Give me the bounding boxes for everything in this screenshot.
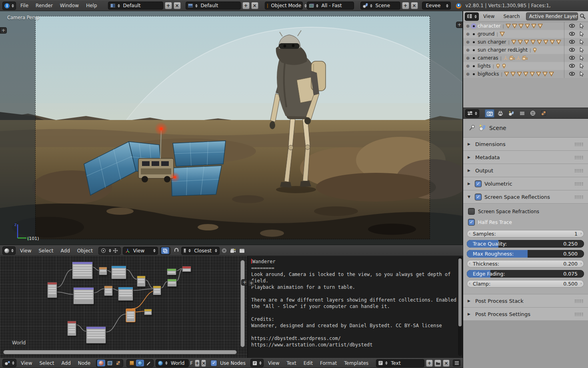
panel-dimensions[interactable]: ▶Dimensions: [463, 138, 588, 151]
filter-icon[interactable]: [580, 13, 586, 20]
transform-gizmo-button[interactable]: [112, 247, 120, 254]
panel-post-process-settings[interactable]: ▶Post Process Settings: [463, 308, 588, 321]
decrement-arrow-icon[interactable]: ‹: [469, 261, 470, 266]
editor-divider[interactable]: [247, 256, 248, 368]
selectability-cursor-icon[interactable]: [580, 23, 584, 30]
3d-viewport[interactable]: Camera Persp (101) + + z y: [0, 11, 463, 245]
panel-checkbox[interactable]: ✓: [475, 181, 481, 187]
node-link[interactable]: [126, 270, 137, 279]
panel-volumetric[interactable]: ▶✓Volumetric: [463, 177, 588, 190]
editor-divider[interactable]: [462, 11, 463, 368]
shader-node-editor[interactable]: World +: [0, 256, 248, 358]
screen-layout-selector[interactable]: Default: [186, 2, 241, 10]
expand-plus-icon[interactable]: ⊕: [465, 72, 471, 77]
shader-type-data-button[interactable]: [106, 360, 114, 366]
node-link[interactable]: [57, 292, 73, 294]
add-workspace-button[interactable]: +: [165, 2, 172, 9]
panel-post-process-stack[interactable]: ▶Post Process Stack: [463, 294, 588, 308]
sidebar-toggle-plus-icon[interactable]: +: [0, 27, 7, 34]
node-link[interactable]: [177, 269, 182, 281]
visibility-eye-icon[interactable]: [569, 32, 575, 37]
snap-target-dropdown[interactable]: Closest: [181, 247, 220, 255]
decrement-arrow-icon[interactable]: ‹: [469, 231, 470, 236]
new-text-button[interactable]: +: [426, 360, 433, 367]
editor-type-button[interactable]: [2, 359, 16, 367]
render-preview-button[interactable]: [238, 247, 246, 254]
proportional-edit-button[interactable]: [220, 247, 228, 254]
outliner-row-cameras[interactable]: ⊕cameras|: [463, 54, 588, 62]
menu-edit[interactable]: Edit: [300, 360, 316, 366]
menu-text[interactable]: Text: [283, 360, 300, 366]
node-link[interactable]: [133, 289, 153, 290]
decrement-arrow-icon[interactable]: ‹: [469, 281, 470, 286]
outliner-row-lights[interactable]: ⊕lights|: [463, 62, 588, 70]
node-link[interactable]: [106, 314, 126, 332]
shader-context-linestyle-button[interactable]: [144, 360, 152, 366]
editor-type-button[interactable]: i: [2, 2, 16, 10]
increment-arrow-icon[interactable]: ›: [580, 281, 582, 286]
field-trace-quality[interactable]: Trace Quality:0.250: [467, 240, 584, 248]
menu-view[interactable]: View: [479, 14, 499, 19]
delete-workspace-button[interactable]: ×: [174, 2, 181, 9]
menu-node[interactable]: Node: [74, 360, 94, 366]
unlink-text-button[interactable]: ×: [443, 360, 450, 367]
node-link[interactable]: [146, 280, 153, 288]
outliner-row-ground[interactable]: ⊕ground|: [463, 30, 588, 38]
increment-arrow-icon[interactable]: ›: [580, 261, 582, 266]
expand-plus-icon[interactable]: ⊕: [465, 48, 471, 53]
overlay-toggle-button[interactable]: [161, 247, 169, 254]
selectability-cursor-icon[interactable]: [580, 31, 584, 38]
editor-type-button[interactable]: [250, 359, 264, 367]
expand-plus-icon[interactable]: ⊕: [465, 24, 471, 29]
shader-node[interactable]: [167, 279, 177, 287]
panel-metadata[interactable]: ▶Metadata: [463, 151, 588, 164]
camera-view-button[interactable]: [229, 247, 237, 254]
mode-selector[interactable]: Object Mode: [265, 2, 303, 10]
expand-plus-icon[interactable]: ⊕: [465, 32, 471, 37]
shader-node[interactable]: [104, 286, 113, 296]
workspace-selector[interactable]: Default: [108, 2, 163, 10]
add-scene-button[interactable]: +: [402, 2, 409, 9]
view-layer-preset-selector[interactable]: All - Fast: [307, 2, 354, 10]
pin-icon[interactable]: [468, 124, 476, 132]
outliner-row-sun-charger[interactable]: ⊕sun charger|: [463, 38, 588, 46]
unlink-datablock-button[interactable]: ×: [201, 360, 206, 367]
increment-arrow-icon[interactable]: ›: [580, 231, 582, 236]
tab-texture[interactable]: [539, 109, 548, 118]
menu-templates[interactable]: Templates: [340, 360, 372, 366]
horizontal-scrollbar[interactable]: [3, 350, 237, 354]
expand-arrow-icon[interactable]: ▶: [468, 142, 472, 146]
tab-view-layer[interactable]: [517, 109, 527, 118]
shader-node[interactable]: [153, 286, 161, 295]
node-link[interactable]: [161, 282, 167, 288]
menu-render[interactable]: Render: [32, 3, 56, 8]
expand-plus-icon[interactable]: ⊕: [465, 40, 471, 45]
menu-select[interactable]: Select: [35, 248, 57, 254]
shader-node[interactable]: [137, 276, 146, 287]
expand-plus-icon[interactable]: ⊕: [465, 56, 471, 61]
drag-grip-icon[interactable]: [574, 182, 583, 186]
shader-node[interactable]: [118, 287, 133, 301]
node-link[interactable]: [93, 267, 99, 270]
menu-view[interactable]: View: [264, 360, 283, 366]
field-half-res-trace[interactable]: ✓Half Res Trace: [463, 217, 588, 228]
shader-node[interactable]: [73, 287, 94, 304]
line-numbers-toggle-button[interactable]: [453, 360, 460, 366]
shader-node[interactable]: [47, 282, 57, 298]
world-datablock-selector[interactable]: World: [156, 359, 189, 367]
shader-node-selected[interactable]: [126, 309, 135, 322]
text-editor[interactable]: Wanderer========Look around, Camera is l…: [248, 256, 463, 358]
menu-window[interactable]: Window: [56, 3, 82, 8]
shader-node[interactable]: [72, 262, 93, 279]
selectability-cursor-icon[interactable]: [580, 55, 584, 62]
delete-layout-button[interactable]: ×: [251, 2, 258, 9]
shader-type-texture-button[interactable]: [114, 360, 122, 366]
field-thickness[interactable]: ‹›Thickness:0.200: [467, 260, 584, 268]
expand-arrow-icon[interactable]: ▶: [468, 299, 472, 303]
scene-selector[interactable]: Scene: [360, 2, 400, 10]
node-link[interactable]: [76, 325, 86, 331]
tab-scene[interactable]: [506, 109, 516, 118]
tab-output[interactable]: [496, 109, 505, 118]
drag-grip-icon[interactable]: [574, 312, 583, 316]
add-layout-button[interactable]: +: [242, 2, 250, 9]
